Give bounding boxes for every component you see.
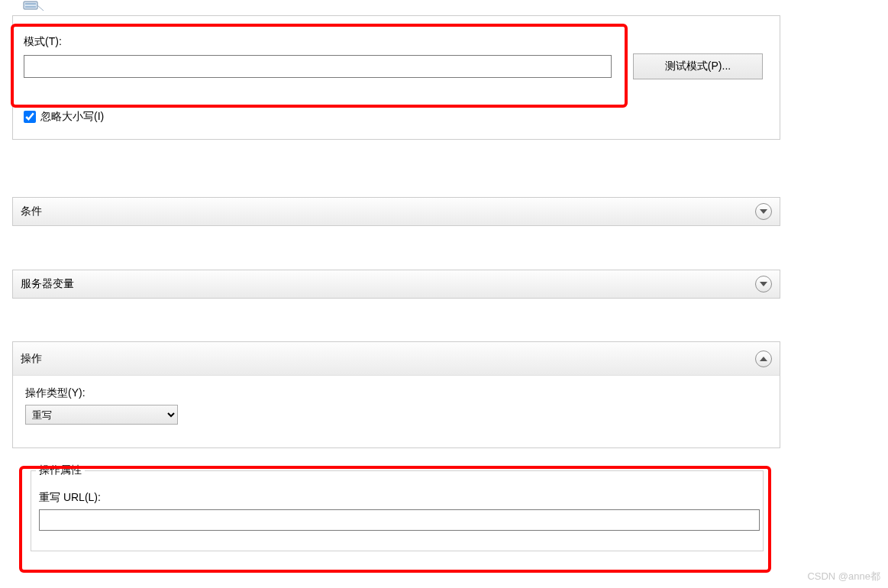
pattern-input[interactable] — [24, 55, 612, 78]
rewrite-url-label: 重写 URL(L): — [39, 491, 755, 505]
pattern-row: 模式(T): 测试模式(P)... — [24, 35, 769, 79]
pattern-label: 模式(T): — [24, 35, 769, 49]
action-section-header[interactable]: 操作 — [13, 342, 780, 376]
svg-rect-2 — [25, 6, 36, 8]
ignore-case-label: 忽略大小写(I) — [40, 110, 104, 124]
conditions-section-header[interactable]: 条件 — [12, 197, 780, 226]
svg-rect-1 — [25, 3, 36, 5]
ignore-case-row: 忽略大小写(I) — [24, 110, 780, 124]
action-section: 操作 操作类型(Y): 重写 — [12, 341, 780, 448]
conditions-title: 条件 — [21, 205, 42, 218]
action-properties-fieldset: 操作属性 重写 URL(L): — [31, 470, 764, 551]
server-variables-section-header[interactable]: 服务器变量 — [12, 270, 780, 299]
rewrite-url-input[interactable] — [39, 509, 760, 531]
match-url-panel: 模式(T): 测试模式(P)... 忽略大小写(I) — [12, 15, 780, 140]
server-icon — [23, 0, 46, 15]
chevron-down-icon — [755, 276, 772, 292]
svg-rect-0 — [24, 2, 37, 9]
test-pattern-button[interactable]: 测试模式(P)... — [633, 53, 763, 79]
ignore-case-checkbox[interactable] — [24, 111, 36, 123]
action-properties-legend: 操作属性 — [36, 464, 85, 477]
server-vars-title: 服务器变量 — [21, 277, 74, 291]
action-title: 操作 — [21, 352, 42, 366]
chevron-up-icon — [755, 351, 772, 367]
action-body: 操作类型(Y): 重写 — [13, 376, 780, 425]
action-type-label: 操作类型(Y): — [25, 386, 767, 400]
action-type-select[interactable]: 重写 — [25, 405, 178, 425]
chevron-down-icon — [755, 203, 772, 220]
pattern-input-row: 测试模式(P)... — [24, 53, 769, 79]
watermark: CSDN @anne都 — [807, 570, 880, 583]
